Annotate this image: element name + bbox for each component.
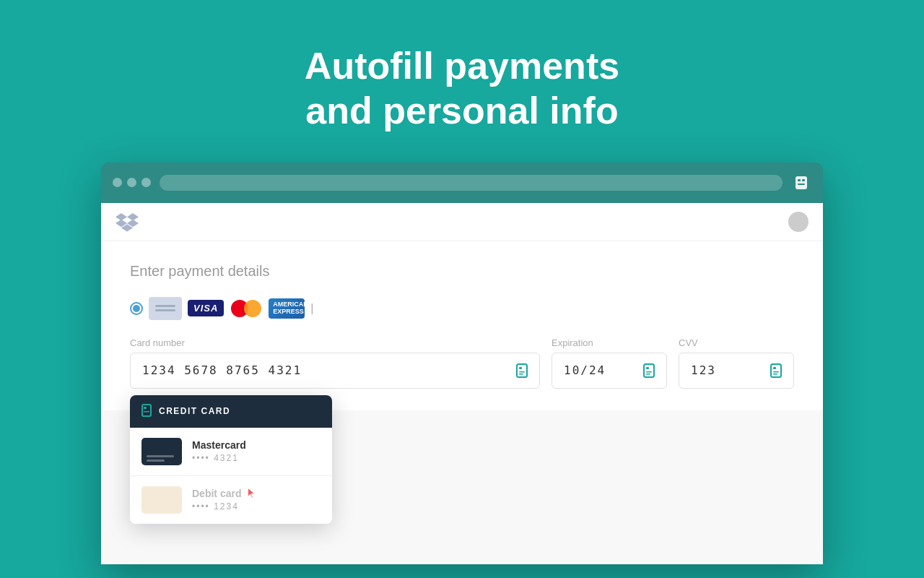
svg-rect-8 [142, 405, 151, 416]
cvv-group: CVV 123 [679, 337, 794, 389]
amex-icon: AMERICANEXPRESS [269, 298, 305, 319]
cvv-label: CVV [679, 337, 794, 348]
dropdown-header-text: CREDIT CARD [159, 406, 230, 416]
radio-selected [133, 305, 140, 312]
autofill-dropdown: CREDIT CARD Mastercard •••• 4321 [130, 395, 332, 524]
svg-rect-6 [519, 371, 525, 373]
expiration-value: 10/24 [564, 363, 606, 377]
svg-rect-14 [646, 374, 650, 375]
expiration-label: Expiration [552, 337, 667, 348]
dropdown-bw-icon [141, 404, 152, 419]
svg-rect-10 [144, 411, 149, 413]
dropbox-logo [116, 212, 139, 232]
svg-rect-9 [144, 407, 147, 409]
cvv-input[interactable]: 123 [679, 353, 794, 389]
svg-rect-0 [796, 176, 807, 189]
cvv-value: 123 [691, 363, 716, 377]
dropbox-icon [116, 212, 139, 232]
website-nav [101, 203, 823, 241]
browser-window: Enter payment details VISA AMERICA [101, 163, 823, 564]
website-content: Enter payment details VISA AMERICA [101, 203, 823, 564]
dot-yellow [127, 178, 136, 187]
svg-rect-11 [644, 364, 654, 377]
expiration-input[interactable]: 10/24 [552, 353, 667, 389]
dot-green [141, 178, 151, 187]
browser-dots [113, 178, 151, 187]
generic-card-icon [149, 297, 182, 320]
svg-rect-5 [519, 367, 522, 369]
mastercard-name: Mastercard [192, 439, 246, 451]
card-number-input[interactable]: 1234 5678 8765 4321 [130, 353, 540, 389]
address-bar[interactable] [160, 175, 783, 191]
hero-title: Autofill payments and personal info [305, 43, 619, 134]
card-number-group: Card number 1234 5678 8765 4321 [130, 337, 540, 389]
svg-rect-12 [646, 367, 649, 369]
card-number-value: 1234 5678 8765 4321 [142, 363, 302, 377]
svg-rect-1 [798, 179, 801, 181]
browser-chrome [101, 163, 823, 203]
svg-rect-3 [798, 184, 805, 185]
dot-red [113, 178, 122, 187]
svg-rect-15 [771, 364, 781, 377]
more-payment-options: | [310, 302, 313, 315]
debit-card-number: •••• 1234 [192, 501, 241, 512]
dropdown-header: CREDIT CARD [130, 395, 332, 428]
payment-radio[interactable] [130, 302, 143, 315]
bitwarden-autofill-icon-cvv[interactable] [770, 363, 782, 378]
fields-row: Card number 1234 5678 8765 4321 [130, 337, 794, 389]
mastercard-number: •••• 4321 [192, 453, 246, 463]
form-title: Enter payment details [130, 263, 794, 280]
debit-card-name: Debit card [192, 488, 241, 499]
payment-methods: VISA AMERICANEXPRESS | [130, 297, 794, 320]
user-avatar [788, 212, 808, 232]
dropdown-item-mastercard[interactable]: Mastercard •••• 4321 [130, 428, 332, 476]
svg-rect-7 [519, 374, 523, 375]
bitwarden-autofill-icon-exp[interactable] [643, 363, 655, 378]
svg-rect-16 [773, 367, 776, 369]
mastercard-icon [230, 298, 263, 319]
debit-card-thumbnail [141, 486, 182, 514]
dropdown-item-debit[interactable]: Debit card •••• 1234 [130, 476, 332, 524]
card-number-label: Card number [130, 337, 540, 348]
bitwarden-autofill-icon-card[interactable] [516, 363, 528, 378]
svg-rect-4 [517, 364, 527, 377]
svg-rect-18 [773, 374, 777, 375]
mastercard-thumbnail [141, 438, 182, 465]
mastercard-info: Mastercard •••• 4321 [192, 439, 246, 463]
svg-rect-17 [773, 371, 779, 373]
visa-icon: VISA [188, 300, 224, 316]
bitwarden-extension-icon[interactable] [791, 173, 811, 193]
svg-rect-2 [802, 179, 805, 181]
expiration-group: Expiration 10/24 [552, 337, 667, 389]
debit-card-info: Debit card •••• 1234 [192, 488, 241, 512]
svg-rect-13 [646, 371, 652, 373]
form-area: Enter payment details VISA AMERICA [101, 241, 823, 410]
